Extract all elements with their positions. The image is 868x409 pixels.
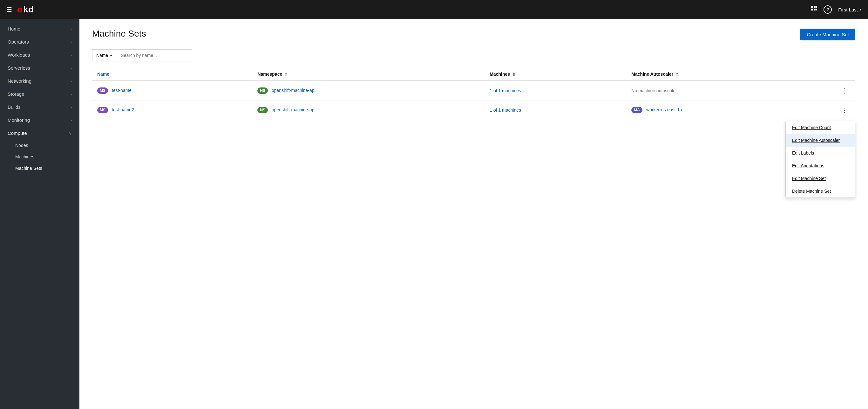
help-icon[interactable]: ? [824,5,832,14]
create-machine-set-button[interactable]: Create Machine Set [800,29,855,40]
sidebar-item-home-label: Home [8,26,20,31]
sidebar-item-builds-label: Builds [8,104,21,110]
row1-namespace-cell: NS openshift-machine-api [252,81,485,100]
page-header: Machine Sets Create Machine Set [92,29,855,40]
user-menu-caret: ▾ [860,7,862,12]
row2-machines-link[interactable]: 1 of 1 machines [490,108,521,113]
sidebar-item-workloads[interactable]: Workloads › [0,48,80,61]
row2-name-link[interactable]: test-name2 [112,107,134,112]
sidebar-item-operators[interactable]: Operators › [0,35,80,48]
row1-machines-cell: 1 of 1 machines [485,81,626,100]
sidebar: Home › Operators › Workloads › Serverles… [0,19,80,409]
search-input[interactable] [116,49,192,61]
col-actions [834,68,855,81]
sidebar-item-builds[interactable]: Builds › [0,100,80,114]
col-machine-autoscaler[interactable]: Machine Autoscaler ⇅ [626,68,834,81]
dropdown-edit-machine-autoscaler[interactable]: Edit Machine Autoscaler [786,134,855,147]
chevron-right-icon: › [70,79,72,83]
chevron-right-icon: › [70,27,72,31]
row2-machines-cell: 1 of 1 machines [485,100,626,120]
logo-kd: kd [23,4,34,14]
chevron-right-icon: › [70,53,72,57]
table-body: MS test-name NS openshift-machine-api 1 … [92,81,855,120]
sidebar-item-storage-label: Storage [8,91,25,97]
row2-autoscaler-link[interactable]: worker-us-east-1a [646,107,682,112]
sort-ascending-icon: ↑ [112,72,114,77]
ns-badge: NS [257,87,268,94]
sort-icon: ⇅ [285,72,288,77]
logo-o: o [17,4,23,14]
dropdown-edit-annotations[interactable]: Edit Annotations [786,159,855,172]
sort-icon: ⇅ [676,72,679,77]
filter-type-label: Name [96,53,108,58]
sidebar-item-storage[interactable]: Storage › [0,87,80,100]
row2-actions-button[interactable]: ⋮ [839,105,850,115]
svg-rect-1 [814,6,815,8]
row1-autoscaler-cell: No machine autoscaler [626,81,834,100]
filter-select-caret: ▾ [110,53,112,58]
table-header: Name ↑ Namespace ⇅ Machines ⇅ Machine Au… [92,68,855,81]
sidebar-item-compute[interactable]: Compute ∨ [0,126,80,140]
topnav-right: ? First Last ▾ [811,5,862,14]
sidebar-item-monitoring[interactable]: Monitoring › [0,114,80,126]
table-row: MS test-name2 NS openshift-machine-api 1… [92,100,855,120]
row1-namespace-link[interactable]: openshift-machine-api [272,88,315,93]
sidebar-item-networking[interactable]: Networking › [0,75,80,87]
dropdown-edit-machine-set[interactable]: Edit Machine Set [786,172,855,185]
row1-actions-button[interactable]: ⋮ [839,86,850,96]
main-layout: Home › Operators › Workloads › Serverles… [0,19,868,409]
sidebar-sub-item-machines[interactable]: Machines [0,151,80,163]
row2-name-cell: MS test-name2 [92,100,252,120]
sidebar-sub-item-nodes[interactable]: Nodes [0,140,80,151]
svg-rect-4 [814,8,815,10]
sidebar-item-operators-label: Operators [8,39,29,45]
col-machines[interactable]: Machines ⇅ [485,68,626,81]
chevron-right-icon: › [70,92,72,96]
sidebar-item-monitoring-label: Monitoring [8,117,30,123]
context-menu: Edit Machine Count Edit Machine Autoscal… [785,121,855,198]
row1-actions-cell: ⋮ [834,81,855,100]
row2-autoscaler-cell: MA worker-us-east-1a [626,100,834,120]
no-autoscaler-text: No machine autoscaler [631,88,677,93]
top-navigation: ☰ o kd ? First Last ▾ [0,0,868,19]
svg-rect-0 [811,6,813,8]
sort-icon: ⇅ [513,72,516,77]
sidebar-item-workloads-label: Workloads [8,52,30,58]
hamburger-menu[interactable]: ☰ [6,6,12,13]
dropdown-edit-machine-count[interactable]: Edit Machine Count [786,121,855,134]
content-area: Machine Sets Create Machine Set Name ▾ N… [80,19,868,409]
user-name: First Last [838,7,858,12]
col-namespace[interactable]: Namespace ⇅ [252,68,485,81]
ms-badge: MS [97,87,108,94]
sidebar-sub-item-machine-sets[interactable]: Machine Sets [0,163,80,174]
svg-rect-5 [816,8,817,10]
ma-badge: MA [631,107,643,113]
row1-machines-link[interactable]: 1 of 1 machines [490,88,521,93]
sidebar-item-networking-label: Networking [8,78,31,84]
sidebar-item-serverless[interactable]: Serverless › [0,61,80,75]
ns-badge: NS [257,107,268,113]
chevron-right-icon: › [70,66,72,70]
chevron-right-icon: › [70,40,72,44]
grid-icon[interactable] [811,6,817,14]
row2-namespace-link[interactable]: openshift-machine-api [272,107,315,112]
dropdown-edit-labels[interactable]: Edit Labels [786,147,855,159]
row1-name-link[interactable]: test-name [112,88,131,93]
machine-sets-table: Name ↑ Namespace ⇅ Machines ⇅ Machine Au… [92,68,855,120]
okd-logo: o kd [17,4,34,14]
chevron-right-icon: › [70,105,72,109]
col-name[interactable]: Name ↑ [92,68,252,81]
row2-actions-cell: ⋮ [834,100,855,120]
filter-type-select[interactable]: Name ▾ [92,49,116,61]
sidebar-item-home[interactable]: Home › [0,22,80,35]
topnav-left: ☰ o kd [6,4,811,14]
page-title: Machine Sets [92,29,146,39]
user-menu[interactable]: First Last ▾ [838,7,862,12]
filter-bar: Name ▾ [92,49,855,61]
dropdown-delete-machine-set[interactable]: Delete Machine Set [786,185,855,198]
chevron-down-icon: ∨ [69,131,72,136]
ms-badge: MS [97,107,108,113]
svg-rect-2 [816,6,817,8]
row2-namespace-cell: NS openshift-machine-api [252,100,485,120]
sidebar-item-serverless-label: Serverless [8,65,30,70]
